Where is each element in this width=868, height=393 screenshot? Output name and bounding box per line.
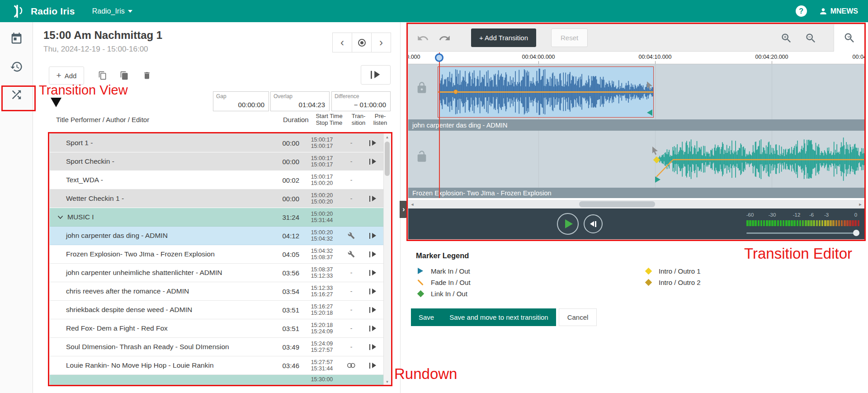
zoom-fit-button[interactable] [834, 24, 864, 52]
save-next-button[interactable]: Save and move to next transition [442, 308, 556, 326]
row-prelisten[interactable] [363, 270, 383, 276]
timeline-scrollbar-thumb[interactable] [579, 201, 655, 207]
prelisten-icon[interactable] [369, 344, 377, 350]
scroll-right-icon[interactable]: ► [856, 200, 864, 208]
chevron-down-icon[interactable] [57, 215, 63, 219]
scroll-up-icon[interactable]: ▲ [384, 133, 391, 141]
redo-button[interactable] [436, 30, 453, 46]
help-button[interactable]: ? [796, 5, 807, 17]
zoom-in-button[interactable] [778, 30, 794, 46]
prelisten-icon[interactable] [369, 288, 377, 295]
prelisten-icon[interactable] [369, 307, 377, 313]
row-prelisten[interactable] [363, 140, 383, 147]
table-row[interactable]: Soul DImension- Thrash an Ready - Soul D… [50, 338, 391, 356]
row-transition[interactable] [340, 251, 363, 258]
row-transition[interactable] [340, 362, 363, 369]
table-row[interactable]: 15:30:00 [50, 375, 391, 385]
prelisten-icon[interactable] [369, 270, 377, 276]
row-prelisten[interactable] [363, 288, 383, 295]
row-transition[interactable]: - [340, 195, 363, 202]
table-row[interactable]: john carpenter unheimliche shattenlichte… [50, 264, 391, 282]
envelope-line-1[interactable] [438, 91, 653, 93]
zoom-out-button[interactable] [802, 30, 819, 46]
table-row[interactable]: Red Fox- Dem a Fight - Red Fox 03:51 15:… [50, 319, 391, 338]
scroll-down-icon[interactable]: ▼ [384, 378, 391, 385]
prelisten-icon[interactable] [369, 325, 377, 332]
add-transition-button[interactable]: + Add Transition [471, 28, 536, 47]
table-row[interactable]: Louie Rankin- No Move Hip Hop - Louie Ra… [50, 356, 391, 375]
row-transition[interactable]: - [340, 176, 363, 184]
volume-slider-knob[interactable] [853, 230, 859, 236]
row-prelisten[interactable] [363, 195, 383, 202]
table-row[interactable]: Frozen Explosion- Two JIma - Frozen Expl… [50, 245, 391, 264]
table-row[interactable]: Sport 1 - 00:00 15:00:17 15:00:17 - [50, 134, 391, 152]
play-button[interactable] [557, 213, 579, 235]
undo-button[interactable] [415, 30, 431, 46]
prelisten-icon[interactable] [369, 251, 377, 258]
prelisten-icon[interactable] [369, 140, 377, 147]
prelisten-icon[interactable] [369, 232, 377, 239]
delete-button[interactable] [137, 66, 156, 85]
save-button[interactable]: Save [411, 308, 442, 326]
row-prelisten[interactable] [363, 362, 383, 369]
sidebar-item-history[interactable] [5, 57, 28, 76]
cancel-button[interactable]: Cancel [559, 308, 597, 326]
scroll-left-icon[interactable]: ◄ [408, 200, 416, 208]
mark-in-marker[interactable] [655, 176, 660, 183]
next-hour-button[interactable]: › [371, 33, 391, 52]
row-prelisten[interactable] [363, 325, 383, 332]
add-button[interactable]: + Add [49, 66, 84, 85]
row-stop-time: 15:20:18 [304, 310, 340, 316]
table-scrollbar[interactable]: ▲ ▼ [383, 133, 391, 385]
fade-handle-1[interactable] [645, 80, 654, 90]
row-transition[interactable]: - [340, 139, 363, 147]
fade-handle-2[interactable] [651, 146, 660, 155]
row-transition[interactable] [340, 232, 363, 239]
scrollbar-thumb[interactable] [385, 142, 390, 176]
table-row[interactable]: Sport Checkin - 00:00 15:00:17 15:00:17 … [50, 152, 391, 171]
wrench-icon[interactable] [348, 232, 355, 239]
wrench-icon[interactable] [348, 251, 355, 258]
sidebar-item-transition-view[interactable] [5, 85, 28, 104]
row-prelisten[interactable] [363, 251, 383, 258]
table-row[interactable]: Text_WDA - 00:02 15:00:17 15:00:20 - [50, 171, 391, 189]
row-prelisten[interactable] [363, 232, 383, 239]
panel-collapse-handle[interactable]: › [400, 201, 408, 218]
row-prelisten[interactable] [363, 158, 383, 165]
table-row[interactable]: shriekback despite dense weed - ADMIN 03… [50, 301, 391, 319]
row-transition[interactable]: - [340, 306, 363, 313]
sidebar-item-calendar[interactable] [5, 28, 28, 48]
duplicate-button[interactable] [115, 66, 134, 85]
copy-button[interactable] [93, 66, 112, 85]
lock-icon[interactable] [415, 81, 428, 94]
table-row[interactable]: MUSIC I 31:24 15:00:20 15:31:44 [50, 208, 391, 227]
playout-button[interactable] [361, 65, 391, 85]
reset-button[interactable]: Reset [551, 28, 588, 47]
user-menu[interactable]: MNEWS [819, 7, 858, 16]
row-prelisten[interactable] [363, 307, 383, 313]
playhead-handle[interactable] [435, 53, 443, 62]
volume-slider[interactable] [746, 232, 859, 234]
station-selector[interactable]: Radio_Iris [92, 7, 132, 15]
table-row[interactable]: Wetter Checkin 1 - 00:00 15:00:20 15:00:… [50, 189, 391, 208]
selected-clip-region[interactable] [438, 66, 654, 118]
table-row[interactable]: john carpenter das ding - ADMIN 04:12 15… [50, 227, 391, 245]
table-row[interactable]: chris reeves after the romance - ADMIN 0… [50, 282, 391, 301]
prelisten-icon[interactable] [369, 158, 377, 165]
skip-to-start-button[interactable] [584, 214, 603, 233]
current-hour-button[interactable] [352, 33, 372, 52]
timeline-scrollbar[interactable]: ◄ ► [408, 200, 864, 208]
prev-hour-button[interactable]: ‹ [332, 33, 352, 52]
row-transition[interactable]: - [340, 158, 363, 165]
link-icon[interactable] [346, 362, 357, 369]
timeline-ruler[interactable]: 00:03:50.00000:04:00.00000:04:10.00000:0… [408, 52, 864, 64]
mark-out-marker[interactable] [647, 109, 652, 116]
row-transition[interactable]: - [340, 288, 363, 295]
row-prelisten[interactable] [363, 344, 383, 350]
row-transition[interactable]: - [340, 269, 363, 276]
row-transition[interactable]: - [340, 343, 363, 350]
row-transition[interactable]: - [340, 325, 363, 332]
prelisten-icon[interactable] [369, 362, 377, 369]
prelisten-icon[interactable] [369, 195, 377, 202]
envelope-node[interactable] [453, 90, 458, 94]
